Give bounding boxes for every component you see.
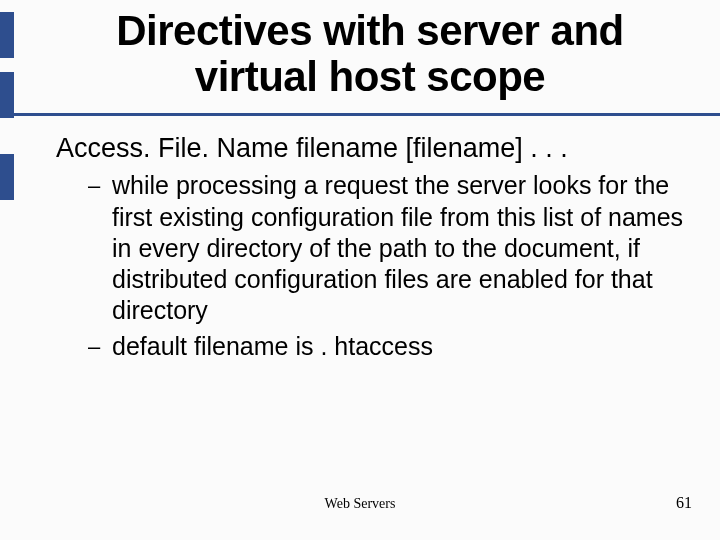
list-item-text: default filename is . htaccess [112,332,433,360]
list-item: – while processing a request the server … [112,170,686,326]
list-item: – default filename is . htaccess [112,331,686,362]
left-markers [0,0,18,540]
slide-title: Directives with server and virtual host … [50,8,690,100]
slide: Directives with server and virtual host … [0,0,720,540]
slide-body: Access. File. Name filename [filename] .… [56,132,686,366]
slide-title-wrap: Directives with server and virtual host … [50,8,690,100]
dash-icon: – [88,333,100,361]
footer-center: Web Servers [0,496,720,512]
marker-icon [0,12,14,58]
list-item-text: while processing a request the server lo… [112,171,683,324]
dash-icon: – [88,172,100,200]
marker-icon [0,154,14,200]
title-underline [0,113,720,116]
body-heading: Access. File. Name filename [filename] .… [56,132,686,164]
marker-icon [0,72,14,118]
sub-list: – while processing a request the server … [56,170,686,362]
page-number: 61 [676,494,692,512]
